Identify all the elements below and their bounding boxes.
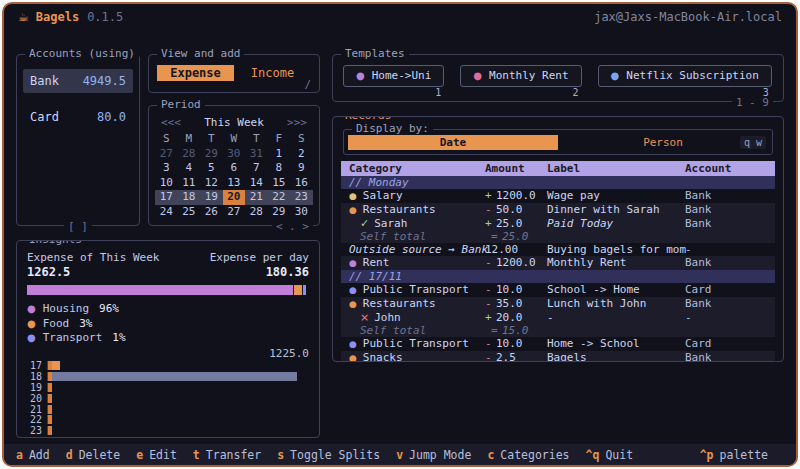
column-header-amount: Amount	[485, 161, 547, 176]
calendar-day[interactable]: 15	[268, 176, 291, 191]
calendar-day[interactable]: 26	[200, 205, 223, 220]
record-category: Self total	[349, 324, 485, 337]
footer-action-add[interactable]: aAdd	[16, 448, 50, 462]
calendar-day[interactable]: 10	[155, 176, 178, 191]
amount-value: 10.0	[496, 283, 523, 296]
footer-action-delete[interactable]: dDelete	[66, 448, 120, 462]
calendar-day[interactable]: 28	[178, 147, 201, 162]
records-row[interactable]: ●Salary+1200.0Wage payBank	[341, 189, 775, 203]
section-label: // Monday	[349, 176, 409, 189]
calendar-day[interactable]: 29	[268, 205, 291, 220]
calendar-day[interactable]: 8	[268, 161, 291, 176]
self-total-label: Self total	[360, 230, 426, 243]
calendar-day[interactable]: 3	[155, 161, 178, 176]
records-row[interactable]: ●Snacks-2.5BagelsBank	[341, 351, 775, 362]
footer-action-categories[interactable]: cCategories	[487, 448, 569, 462]
records-row[interactable]: ●Restaurants-50.0Dinner with SarahBank	[341, 203, 775, 217]
chart-day-label: 21	[27, 404, 47, 415]
template-item: ●Monthly Rent2	[460, 65, 581, 87]
records-row[interactable]: ✓Sarah+25.0Paid TodayBank	[341, 217, 775, 230]
calendar-day[interactable]: 19	[200, 190, 223, 205]
calendar-day[interactable]: 24	[155, 205, 178, 220]
records-row[interactable]: Outside source → Bank12.00Buying bagels …	[341, 243, 775, 256]
period-prev-button[interactable]: <<<	[161, 116, 181, 129]
calendar-day[interactable]: 11	[178, 176, 201, 191]
calendar-day[interactable]: 23	[290, 190, 313, 205]
calendar-day[interactable]: 31	[245, 147, 268, 162]
footer-action-transfer[interactable]: tTransfer	[193, 448, 261, 462]
record-label: Wage pay	[547, 189, 685, 203]
account-item-card[interactable]: Card80.0	[23, 105, 133, 129]
calendar-day[interactable]: 29	[200, 147, 223, 162]
calendar-day[interactable]: 4	[178, 161, 201, 176]
account-item-bank[interactable]: Bank4949.5	[23, 69, 133, 93]
calendar-day[interactable]: 7	[245, 161, 268, 176]
category-name: Snacks	[363, 351, 403, 362]
calendar-day[interactable]: 28	[245, 205, 268, 220]
legend-dot-icon: ●	[27, 318, 36, 329]
calendar-day[interactable]: 5	[200, 161, 223, 176]
footer-action-palette[interactable]: ^ppalette	[700, 448, 768, 462]
template-button-home-uni[interactable]: ●Home->Uni	[343, 65, 444, 87]
calendar-day[interactable]: 9	[290, 161, 313, 176]
calendar-day[interactable]: 27	[223, 205, 246, 220]
footer-label: Add	[29, 448, 50, 462]
record-category: ●Public Transport	[349, 337, 485, 351]
calendar-day[interactable]: 30	[290, 205, 313, 220]
template-button-monthly-rent[interactable]: ●Monthly Rent	[460, 65, 581, 87]
title-bar: ☕ Bagels 0.1.5 jax@Jaxs-MacBook-Air.loca…	[4, 4, 796, 30]
amount-sign: -	[485, 256, 496, 269]
amount-value: 1200.0	[496, 256, 536, 269]
calendar-day[interactable]: 2	[290, 147, 313, 162]
calendar-day[interactable]: 6	[223, 161, 246, 176]
calendar-day[interactable]: 27	[155, 147, 178, 162]
record-category: ×John	[349, 311, 485, 324]
category-name: Restaurants	[363, 297, 436, 310]
calendar-day[interactable]: 22	[268, 190, 291, 205]
calendar-day[interactable]: 14	[245, 176, 268, 191]
weekday-label: W	[223, 132, 246, 147]
calendar-day[interactable]: 16	[290, 176, 313, 191]
record-label: Home -> School	[547, 337, 685, 351]
template-button-netflix-subscription[interactable]: ●Netflix Subscription	[598, 65, 772, 87]
period-key-hint: < . >	[272, 220, 313, 233]
records-body: // Monday●Salary+1200.0Wage payBank●Rest…	[341, 176, 775, 362]
records-row[interactable]: ●Restaurants-35.0Lunch with JohnBank	[341, 297, 775, 311]
calendar-day[interactable]: 25	[178, 205, 201, 220]
footer-action-jump-mode[interactable]: vJump Mode	[396, 448, 471, 462]
record-account	[685, 230, 775, 243]
period-next-button[interactable]: >>>	[287, 116, 307, 129]
amount-value: 20.0	[496, 311, 523, 324]
footer-key: c	[487, 448, 494, 462]
footer-action-toggle-splits[interactable]: sToggle Splits	[277, 448, 380, 462]
display-by-title: Display by:	[352, 122, 433, 135]
calendar-day[interactable]: 20	[223, 190, 246, 205]
tab-expense[interactable]: Expense	[157, 65, 234, 81]
legend-pct: 3%	[79, 317, 92, 330]
display-tab-date[interactable]: Date	[348, 135, 558, 150]
calendar-day[interactable]: 21	[245, 190, 268, 205]
calendar-day[interactable]: 18	[178, 190, 201, 205]
tab-income[interactable]: Income	[234, 65, 311, 81]
calendar-day[interactable]: 1	[268, 147, 291, 162]
calendar-day[interactable]: 12	[200, 176, 223, 191]
footer-action-edit[interactable]: eEdit	[136, 448, 177, 462]
record-account: -	[685, 311, 775, 324]
usage-bar-segment-transport	[303, 285, 306, 295]
records-row[interactable]: ●Rent-1200.0Monthly RentBank	[341, 256, 775, 270]
display-tab-person[interactable]: Person	[558, 135, 768, 150]
records-row[interactable]: ●Public Transport-10.0Home -> SchoolCard	[341, 337, 775, 351]
records-row[interactable]: Self total=15.0	[341, 324, 775, 337]
calendar-day[interactable]: 13	[223, 176, 246, 191]
chart-row-day-17: 17	[27, 361, 309, 372]
record-category: ●Snacks	[349, 351, 485, 362]
footer-action-quit[interactable]: ^qQuit	[586, 448, 634, 462]
amount-sign: =	[491, 324, 502, 337]
records-row[interactable]: ●Public Transport-10.0School -> HomeCard	[341, 283, 775, 297]
record-label	[547, 230, 685, 243]
calendar-day[interactable]: 17	[155, 190, 178, 205]
calendar-day[interactable]: 30	[223, 147, 246, 162]
amount-value: 1200.0	[496, 189, 536, 202]
records-row[interactable]: ×John+20.0--	[341, 311, 775, 324]
records-row[interactable]: Self total=25.0	[341, 230, 775, 243]
